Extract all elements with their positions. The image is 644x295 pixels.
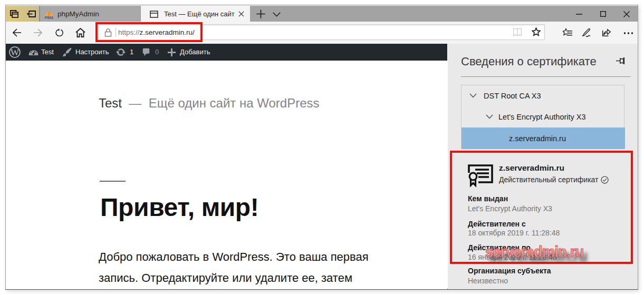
svg-text:PMA: PMA — [45, 15, 54, 19]
svg-text:W: W — [11, 47, 20, 57]
